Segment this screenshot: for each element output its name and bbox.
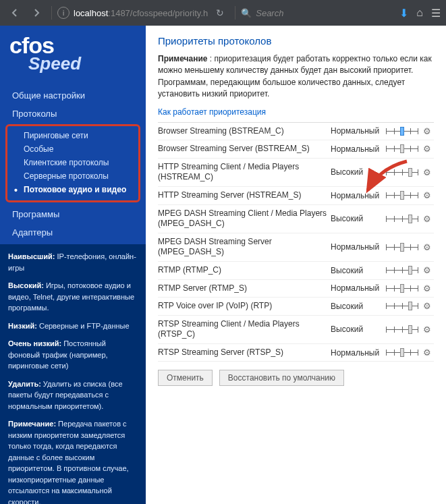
protocol-row: RTMP Server (RTMP_S)Нормальный⚙ xyxy=(158,280,434,298)
nav-programs[interactable]: Программы xyxy=(0,205,146,223)
gear-icon[interactable]: ⚙ xyxy=(420,325,434,335)
nav-sub-server[interactable]: Серверные протоколы xyxy=(11,169,134,183)
protocol-priority: Нормальный xyxy=(331,144,383,154)
nav-protocols[interactable]: Протоколы xyxy=(0,105,146,123)
priority-slider[interactable] xyxy=(383,128,420,134)
nav-sub-streaming[interactable]: Потоковое аудио и видео xyxy=(11,183,134,196)
reset-button[interactable]: Восстановить по умолчанию xyxy=(219,370,344,386)
protocol-name: MPEG DASH Streaming Server (MPEG_DASH_S) xyxy=(158,237,331,258)
browser-toolbar: i localhost:1487/cfosspeed/priority.h ↻ … xyxy=(0,0,446,26)
url-path: /cfosspeed/priority.h xyxy=(130,8,208,18)
gear-icon[interactable]: ⚙ xyxy=(420,301,434,311)
protocol-row: Browser Streaming (BSTREAM_C)Нормальный⚙ xyxy=(158,123,434,141)
protocol-name: RTMP (RTMP_C) xyxy=(158,265,331,276)
priority-slider[interactable] xyxy=(383,349,420,356)
gear-icon[interactable]: ⚙ xyxy=(420,167,434,177)
search-icon: 🔍 xyxy=(241,8,252,18)
protocol-row: HTTP Streaming Server (HSTREAM_S)Нормаль… xyxy=(158,187,434,205)
legend: Наивысший: IP-телефония, онлайн-игры Выс… xyxy=(0,244,146,504)
protocol-priority: Высокий xyxy=(331,266,383,275)
priority-slider[interactable] xyxy=(383,267,420,273)
cancel-button[interactable]: Отменить xyxy=(158,370,213,386)
protocol-name: RTMP Server (RTMP_S) xyxy=(158,283,331,294)
main-content: Приоритеты протоколов Примечание : приор… xyxy=(146,26,446,504)
how-it-works-link[interactable]: Как работает приоритезация xyxy=(158,107,434,117)
home-icon[interactable]: ⌂ xyxy=(416,7,423,19)
protocol-name: RTSP Streaming Server (RTSP_S) xyxy=(158,347,331,358)
nav-sub-group: Пиринговые сети Особые Клиентские проток… xyxy=(5,124,140,202)
priority-slider[interactable] xyxy=(383,192,420,198)
url-host: localhost xyxy=(74,8,108,18)
protocol-priority: Нормальный xyxy=(331,191,383,200)
protocol-priority: Нормальный xyxy=(331,126,383,136)
priority-slider[interactable] xyxy=(383,169,420,175)
gear-icon[interactable]: ⚙ xyxy=(420,126,434,136)
protocol-row: RTSP Streaming Server (RTSP_S)Нормальный… xyxy=(158,344,434,362)
protocol-name: RTP Voice over IP (VoIP) (RTP) xyxy=(158,301,331,312)
protocol-name: HTTP Streaming Client / Media Players (H… xyxy=(158,162,331,183)
protocol-priority: Нормальный xyxy=(331,348,383,358)
divider xyxy=(235,6,235,20)
nav-sub-special[interactable]: Особые xyxy=(11,142,134,156)
gear-icon[interactable]: ⚙ xyxy=(420,265,434,275)
logo-brand2: Speed xyxy=(28,53,136,74)
protocol-table: Browser Streaming (BSTREAM_C)Нормальный⚙… xyxy=(158,122,434,362)
protocol-priority: Высокий xyxy=(331,325,383,334)
sidebar: cfos Speed Общие настройки Протоколы Пир… xyxy=(0,26,146,504)
nav: Общие настройки Протоколы Пиринговые сет… xyxy=(0,84,146,244)
gear-icon[interactable]: ⚙ xyxy=(420,242,434,252)
priority-slider[interactable] xyxy=(383,303,420,309)
protocol-priority: Высокий xyxy=(331,214,383,223)
protocol-row: MPEG DASH Streaming Client / Media Playe… xyxy=(158,205,434,233)
protocol-row: Browser Streaming Server (BSTREAM_S)Норм… xyxy=(158,140,434,159)
url-box[interactable]: i localhost:1487/cfosspeed/priority.h xyxy=(57,7,208,19)
priority-slider[interactable] xyxy=(383,244,420,250)
url-port: :1487 xyxy=(108,8,130,18)
search-box[interactable]: 🔍 Search xyxy=(241,8,397,18)
menu-icon[interactable]: ☰ xyxy=(431,7,441,20)
protocol-priority: Высокий xyxy=(331,302,383,311)
protocol-name: MPEG DASH Streaming Client / Media Playe… xyxy=(158,208,331,229)
protocol-row: HTTP Streaming Client / Media Players (H… xyxy=(158,159,434,187)
protocol-priority: Высокий xyxy=(331,167,383,177)
nav-sub-client[interactable]: Клиентские протоколы xyxy=(11,156,134,169)
back-button[interactable] xyxy=(5,3,24,22)
gear-icon[interactable]: ⚙ xyxy=(420,283,434,293)
protocol-name: HTTP Streaming Server (HSTREAM_S) xyxy=(158,190,331,201)
page-title: Приоритеты протоколов xyxy=(158,35,434,47)
nav-adapters[interactable]: Адаптеры xyxy=(0,223,146,242)
nav-sub-p2p[interactable]: Пиринговые сети xyxy=(11,129,134,142)
protocol-row: RTP Voice over IP (VoIP) (RTP)Высокий⚙ xyxy=(158,298,434,316)
download-icon[interactable]: ⬇ xyxy=(399,7,408,20)
protocol-priority: Нормальный xyxy=(331,283,383,293)
protocol-row: RTSP Streaming Client / Media Players (R… xyxy=(158,316,434,344)
priority-slider[interactable] xyxy=(383,327,420,333)
note: Примечание : приоритезация будет работат… xyxy=(158,53,434,101)
gear-icon[interactable]: ⚙ xyxy=(420,214,434,224)
forward-button[interactable] xyxy=(27,3,46,22)
protocol-name: RTSP Streaming Client / Media Players (R… xyxy=(158,319,331,340)
divider xyxy=(51,6,52,20)
protocol-row: RTMP (RTMP_C)Высокий⚙ xyxy=(158,262,434,280)
info-icon[interactable]: i xyxy=(57,7,69,19)
protocol-name: Browser Streaming (BSTREAM_C) xyxy=(158,126,331,137)
reload-button[interactable]: ↻ xyxy=(216,7,224,18)
priority-slider[interactable] xyxy=(383,285,420,291)
logo: cfos Speed xyxy=(0,26,146,84)
protocol-priority: Нормальный xyxy=(331,242,383,252)
gear-icon[interactable]: ⚙ xyxy=(420,347,434,358)
priority-slider[interactable] xyxy=(383,216,420,222)
gear-icon[interactable]: ⚙ xyxy=(420,190,434,200)
protocol-name: Browser Streaming Server (BSTREAM_S) xyxy=(158,144,331,155)
protocol-row: MPEG DASH Streaming Server (MPEG_DASH_S)… xyxy=(158,233,434,262)
gear-icon[interactable]: ⚙ xyxy=(420,144,434,154)
priority-slider[interactable] xyxy=(383,146,420,152)
search-placeholder: Search xyxy=(256,8,283,18)
nav-general[interactable]: Общие настройки xyxy=(0,86,146,105)
